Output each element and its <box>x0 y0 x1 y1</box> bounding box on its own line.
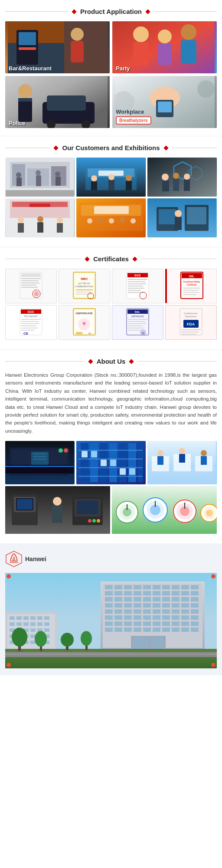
diamond-left-3 <box>85 256 89 261</box>
hanwei-logo-icon-wrapper <box>5 550 23 568</box>
svg-rect-312 <box>105 609 113 614</box>
svg-point-36 <box>55 171 60 177</box>
svg-point-35 <box>36 170 41 175</box>
diamond-right-3 <box>132 256 137 261</box>
svg-point-213 <box>88 519 91 523</box>
svg-rect-57 <box>162 181 169 191</box>
svg-rect-325 <box>134 615 141 620</box>
svg-rect-285 <box>134 591 141 595</box>
svg-rect-26 <box>158 102 172 112</box>
svg-rect-302 <box>105 603 113 608</box>
hanwei-building-svg <box>5 573 217 668</box>
svg-rect-146 <box>128 319 147 320</box>
about-photo-row-2 <box>5 486 217 534</box>
svg-text:Certificate: Certificate <box>186 283 196 286</box>
svg-point-363 <box>7 574 11 579</box>
svg-rect-244 <box>37 616 42 620</box>
expo-photo-2 <box>76 158 146 197</box>
svg-text:CE: CE <box>23 332 29 335</box>
cert1-svg <box>19 271 43 299</box>
svg-text:SGS: SGS <box>134 274 141 277</box>
svg-rect-40 <box>6 190 74 197</box>
svg-rect-182 <box>78 458 143 460</box>
svg-text:CERTIFICATE: CERTIFICATE <box>131 316 144 318</box>
svg-rect-211 <box>77 500 98 514</box>
svg-rect-305 <box>134 603 141 608</box>
svg-rect-12 <box>181 40 196 64</box>
customers-label: Our Customers and Exhibitions <box>62 144 160 151</box>
svg-rect-133 <box>21 330 34 331</box>
svg-rect-267 <box>30 641 36 644</box>
svg-rect-83 <box>187 207 206 224</box>
svg-rect-343 <box>114 628 122 632</box>
svg-rect-242 <box>23 616 29 620</box>
svg-rect-354 <box>150 637 163 649</box>
svg-rect-249 <box>30 622 36 626</box>
certificates-title: Certificates <box>5 255 217 263</box>
svg-rect-291 <box>191 591 199 595</box>
svg-rect-333 <box>114 621 122 626</box>
svg-rect-208 <box>52 506 62 523</box>
svg-rect-108 <box>128 281 145 282</box>
svg-rect-50 <box>126 181 132 190</box>
svg-rect-316 <box>143 609 151 614</box>
workplace-label: Workplace <box>116 108 144 115</box>
expo-bg-3 <box>147 158 217 197</box>
svg-rect-69 <box>29 204 50 207</box>
bar-label: Bar&Restaurant <box>5 63 55 73</box>
svg-rect-59 <box>184 180 190 191</box>
svg-rect-132 <box>21 328 38 329</box>
cert-8: Establishment Registration FDA <box>165 305 217 340</box>
svg-text:Functional Safety: Functional Safety <box>183 280 200 283</box>
cert4-svg: SIL Functional Safety Certificate <box>180 271 204 299</box>
hanwei-logo-svg <box>5 550 23 568</box>
svg-point-76 <box>109 218 114 224</box>
svg-rect-101 <box>76 292 91 293</box>
expo-bg-1 <box>5 158 75 197</box>
svg-rect-184 <box>78 476 143 477</box>
svg-point-9 <box>133 26 149 42</box>
svg-rect-248 <box>23 622 29 626</box>
hanwei-building-section: Hanwei <box>0 543 222 675</box>
svg-point-63 <box>18 217 24 223</box>
about-us-label: About Us <box>97 358 126 365</box>
cert5-svg: SGS TEST REPORT CE <box>19 308 43 336</box>
cert-3-content: SGS <box>126 271 150 300</box>
svg-rect-332 <box>105 621 113 626</box>
svg-rect-140 <box>76 332 82 334</box>
expo-bg-5 <box>76 198 146 237</box>
police-label: Police <box>5 118 29 128</box>
svg-rect-17 <box>47 95 86 111</box>
svg-point-362 <box>81 631 92 646</box>
svg-rect-350 <box>181 628 189 632</box>
diamond-right <box>145 9 150 14</box>
svg-point-34 <box>16 172 21 178</box>
svg-rect-166 <box>5 466 74 467</box>
svg-point-364 <box>211 574 215 579</box>
svg-point-75 <box>98 217 103 223</box>
svg-rect-304 <box>124 603 132 608</box>
svg-rect-306 <box>143 603 151 608</box>
mfg3-bg <box>147 441 217 484</box>
svg-rect-289 <box>172 591 180 595</box>
mfg1-bg <box>5 441 75 484</box>
svg-rect-22 <box>18 98 32 102</box>
svg-text:bsi: bsi <box>142 332 144 334</box>
svg-rect-129 <box>21 321 39 322</box>
svg-rect-92 <box>21 287 38 288</box>
svg-point-64 <box>37 216 43 222</box>
svg-point-207 <box>53 497 62 506</box>
svg-rect-122 <box>183 292 199 293</box>
svg-point-46 <box>108 174 114 180</box>
cert-7: bsi. CERTIFICATE bsi <box>112 305 163 340</box>
diamond-left <box>72 9 76 14</box>
svg-rect-286 <box>143 591 151 595</box>
svg-rect-190 <box>129 468 135 475</box>
svg-rect-189 <box>120 468 126 475</box>
svg-rect-235 <box>5 649 217 668</box>
svg-text:COMMENDATION: COMMENDATION <box>75 285 93 288</box>
expo-bg-2 <box>76 158 146 197</box>
svg-rect-319 <box>172 609 180 614</box>
svg-rect-206 <box>17 499 33 510</box>
hanwei-logo: Hanwei <box>5 550 217 568</box>
